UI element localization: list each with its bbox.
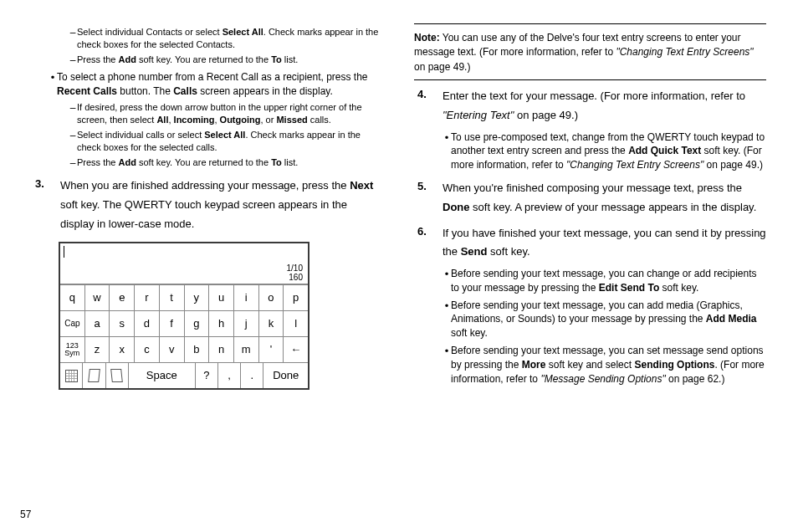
key-u[interactable]: u bbox=[209, 285, 234, 310]
key-g[interactable]: g bbox=[185, 311, 210, 336]
bullet-item: • To use pre-composed text, change from … bbox=[442, 130, 766, 172]
bullet-item: • To select a phone number from a Recent… bbox=[49, 70, 384, 99]
text-cursor-icon bbox=[64, 246, 64, 258]
bullet-dot: • bbox=[49, 70, 57, 99]
step-text: When you are finished addressing your me… bbox=[60, 176, 384, 233]
key-123sym[interactable]: 123 Sym bbox=[60, 337, 85, 362]
bullet-item: • Before sending your text message, you … bbox=[442, 267, 766, 295]
step-text: Enter the text for your message. (For mo… bbox=[442, 87, 766, 125]
dash-text: If desired, press the down arrow button … bbox=[77, 101, 384, 126]
document-page: – Select individual Contacts or select S… bbox=[0, 0, 798, 532]
bullet-item: • Before sending your text message, you … bbox=[442, 344, 766, 386]
page-icon bbox=[88, 369, 100, 382]
key-row-1: q w e r t y u i o p bbox=[60, 284, 308, 310]
note-block: Note: You can use any of the Delve's fou… bbox=[414, 29, 766, 79]
key-mode-grid[interactable] bbox=[60, 363, 83, 388]
dash-text: Press the Add soft key. You are returned… bbox=[77, 54, 384, 67]
key-s[interactable]: s bbox=[110, 311, 135, 336]
key-row-4: Space ? , . Done bbox=[60, 362, 308, 388]
bullet-dot: • bbox=[442, 130, 451, 172]
qwerty-keypad: 1/10160 q w e r t y u i o p Cap a s d f bbox=[59, 242, 309, 390]
bullet-text: Before sending your text message, you ca… bbox=[451, 344, 766, 386]
step-number: 6. bbox=[414, 224, 442, 263]
key-d[interactable]: d bbox=[135, 311, 160, 336]
key-v[interactable]: v bbox=[160, 337, 185, 362]
key-row-2: Cap a s d f g h j k l bbox=[60, 310, 308, 336]
bullet-item: • Before sending your text message, you … bbox=[442, 299, 766, 340]
key-o[interactable]: o bbox=[259, 285, 284, 310]
key-period[interactable]: . bbox=[241, 363, 263, 388]
left-column: – Select individual Contacts or select S… bbox=[32, 23, 384, 517]
bullet-text: Before sending your text message, you ca… bbox=[451, 299, 766, 340]
key-n[interactable]: n bbox=[209, 337, 234, 362]
dash-item: – Select individual Contacts or select S… bbox=[69, 26, 384, 51]
key-h[interactable]: h bbox=[209, 311, 234, 336]
dash-bullet: – bbox=[69, 129, 77, 154]
step-number: 5. bbox=[414, 179, 442, 217]
dash-bullet: – bbox=[69, 54, 77, 67]
key-cap[interactable]: Cap bbox=[60, 311, 85, 336]
key-q[interactable]: q bbox=[60, 285, 85, 310]
key-mode-page-2[interactable] bbox=[106, 363, 129, 388]
step-4: 4. Enter the text for your message. (For… bbox=[414, 87, 766, 125]
dash-item: – Select individual calls or select Sele… bbox=[69, 129, 384, 154]
bullet-dot: • bbox=[442, 267, 451, 295]
key-w[interactable]: w bbox=[85, 285, 110, 310]
keypad-screen: 1/10160 bbox=[60, 243, 308, 284]
dash-item: – If desired, press the down arrow butto… bbox=[69, 101, 384, 126]
key-done[interactable]: Done bbox=[263, 363, 308, 388]
key-a[interactable]: a bbox=[85, 311, 110, 336]
dash-bullet: – bbox=[69, 101, 77, 126]
step-text: If you have finished your text message, … bbox=[442, 224, 766, 263]
key-x[interactable]: x bbox=[110, 337, 135, 362]
bullet-dot: • bbox=[442, 344, 451, 386]
dash-text: Press the Add soft key. You are returned… bbox=[77, 156, 384, 170]
page-icon bbox=[110, 369, 123, 382]
bullet-dot: • bbox=[442, 299, 451, 340]
bullet-text: To use pre-composed text, change from th… bbox=[451, 130, 766, 172]
key-k[interactable]: k bbox=[259, 311, 284, 336]
dash-text: Select individual calls or select Select… bbox=[77, 129, 384, 154]
key-l[interactable]: l bbox=[284, 311, 308, 336]
key-i[interactable]: i bbox=[234, 285, 259, 310]
key-y[interactable]: y bbox=[185, 285, 210, 310]
key-row-3: 123 Sym z x c v b n m ' ← bbox=[60, 336, 308, 362]
note-rule-top bbox=[414, 23, 766, 24]
key-t[interactable]: t bbox=[160, 285, 185, 310]
key-z[interactable]: z bbox=[85, 337, 110, 362]
key-mode-page-1[interactable] bbox=[83, 363, 105, 388]
step-5: 5. When you're finished composing your m… bbox=[414, 179, 766, 217]
key-c[interactable]: c bbox=[135, 337, 160, 362]
dash-bullet: – bbox=[69, 156, 77, 170]
key-m[interactable]: m bbox=[234, 337, 259, 362]
page-number: 57 bbox=[20, 508, 31, 522]
note-rule-bottom bbox=[414, 79, 766, 80]
bullet-text: To select a phone number from a Recent C… bbox=[57, 70, 384, 99]
key-backspace[interactable]: ← bbox=[284, 337, 308, 362]
char-counter: 1/10160 bbox=[287, 263, 303, 282]
step-6: 6. If you have finished your text messag… bbox=[414, 224, 766, 263]
key-p[interactable]: p bbox=[284, 285, 308, 310]
dash-bullet: – bbox=[69, 26, 77, 51]
key-e[interactable]: e bbox=[110, 285, 135, 310]
step-number: 4. bbox=[414, 87, 442, 125]
step-3: 3. When you are finished addressing your… bbox=[32, 176, 384, 233]
key-space[interactable]: Space bbox=[129, 363, 196, 388]
key-j[interactable]: j bbox=[234, 311, 259, 336]
step-text: When you're finished composing your mess… bbox=[442, 179, 766, 217]
grid-icon bbox=[65, 370, 78, 382]
key-apostrophe[interactable]: ' bbox=[259, 337, 284, 362]
dash-item: – Press the Add soft key. You are return… bbox=[69, 54, 384, 67]
step-number: 3. bbox=[32, 176, 60, 233]
dash-text: Select individual Contacts or select Sel… bbox=[77, 26, 384, 51]
key-comma[interactable]: , bbox=[218, 363, 241, 388]
key-b[interactable]: b bbox=[185, 337, 210, 362]
bullet-text: Before sending your text message, you ca… bbox=[451, 267, 766, 295]
key-question[interactable]: ? bbox=[196, 363, 218, 388]
key-r[interactable]: r bbox=[135, 285, 160, 310]
dash-item: – Press the Add soft key. You are return… bbox=[69, 156, 384, 170]
key-f[interactable]: f bbox=[160, 311, 185, 336]
right-column: Note: You can use any of the Delve's fou… bbox=[414, 23, 766, 517]
